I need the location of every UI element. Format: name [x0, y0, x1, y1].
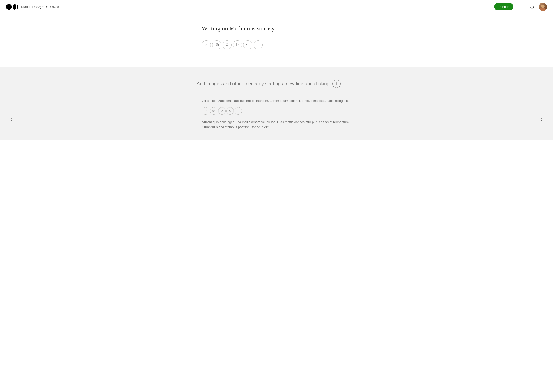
svg-point-1 [13, 4, 16, 10]
plus-icon: + [335, 81, 338, 87]
small-editor-toolbar: ✕ [202, 107, 351, 115]
preview-text-top: vel eu leo. Maecenas faucibus mollis int… [202, 98, 351, 103]
small-play-icon [221, 109, 223, 113]
more-icon: ··· [519, 4, 524, 10]
small-code-button[interactable] [226, 107, 234, 115]
small-close-icon: ✕ [204, 109, 207, 113]
article-title[interactable]: Writing on Medium is so easy. [202, 24, 351, 33]
embed-button[interactable]: — [254, 40, 263, 49]
small-camera-button[interactable] [210, 107, 217, 115]
small-camera-icon [212, 109, 215, 113]
small-code-icon [229, 109, 232, 113]
draft-title: Draft in Deezgrafix [21, 5, 48, 9]
svg-line-5 [228, 45, 228, 46]
header-left: Draft in Deezgrafix Saved [6, 3, 59, 10]
editor-toolbar: ✕ [202, 40, 351, 49]
svg-marker-6 [237, 43, 238, 46]
more-button[interactable]: ··· [518, 3, 525, 11]
header: Draft in Deezgrafix Saved Publish ··· [0, 0, 553, 14]
preview-text-bottom: Nullam quis risus eget urna mollis ornar… [202, 119, 351, 130]
code-button[interactable] [243, 40, 252, 49]
search-icon [225, 43, 229, 47]
avatar-image [539, 3, 547, 11]
carousel-inner: vel eu leo. Maecenas faucibus mollis int… [197, 98, 356, 140]
svg-point-7 [213, 111, 214, 112]
camera-button[interactable] [212, 40, 221, 49]
gray-section: Add images and other media by starting a… [0, 67, 553, 140]
notification-button[interactable] [530, 5, 534, 9]
svg-point-2 [17, 5, 18, 9]
small-play-button[interactable] [218, 107, 225, 115]
svg-marker-8 [221, 110, 223, 112]
play-icon [236, 43, 239, 47]
embed-icon: — [256, 43, 260, 47]
carousel-left-arrow[interactable]: ‹ [9, 114, 14, 124]
close-icon: ✕ [205, 43, 208, 47]
svg-point-0 [6, 4, 12, 10]
hint-text: Add images and other media by starting a… [197, 81, 329, 87]
small-embed-button[interactable]: — [235, 107, 242, 115]
carousel-right-arrow[interactable]: › [539, 114, 544, 124]
draft-info: Draft in Deezgrafix Saved [21, 5, 59, 9]
editor-content: Writing on Medium is so easy. ✕ [197, 14, 356, 67]
play-button[interactable] [233, 40, 242, 49]
header-right: Publish ··· [494, 3, 547, 11]
close-button[interactable]: ✕ [202, 40, 211, 49]
hint-container: Add images and other media by starting a… [197, 80, 356, 88]
carousel-section: ‹ › vel eu leo. Maecenas faucibus mollis… [5, 98, 548, 140]
gray-inner: Add images and other media by starting a… [197, 80, 356, 88]
saved-status: Saved [50, 5, 59, 9]
avatar[interactable] [539, 3, 547, 11]
camera-icon [215, 43, 219, 47]
bell-icon [530, 5, 534, 9]
medium-logo[interactable] [6, 3, 18, 10]
small-close-button[interactable]: ✕ [202, 107, 209, 115]
code-icon [246, 43, 250, 47]
svg-point-3 [216, 44, 217, 46]
plus-button[interactable]: + [332, 80, 341, 88]
small-embed-icon: — [237, 109, 240, 113]
search-button[interactable] [223, 40, 232, 49]
publish-button[interactable]: Publish [494, 3, 513, 10]
